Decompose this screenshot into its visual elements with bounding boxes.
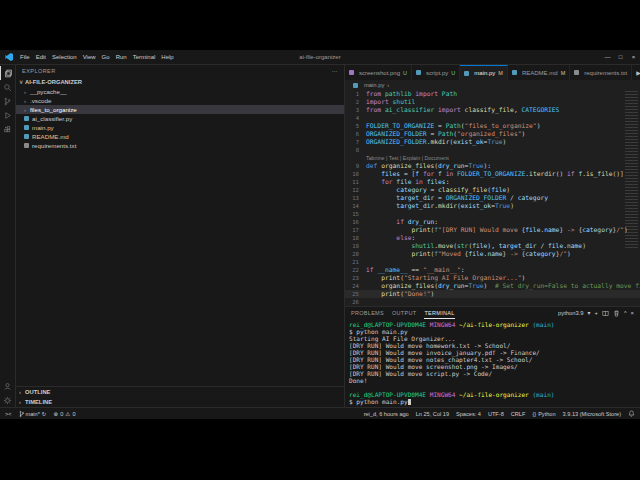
menu-help[interactable]: Help <box>158 52 176 62</box>
text-token: "Done!" <box>404 290 431 297</box>
code-line-10[interactable]: 10 files = [f for f in FOLDER_TO_ORGANIZ… <box>345 170 640 178</box>
explorer-item-requirements.txt[interactable]: requirements.txt <box>16 141 344 150</box>
extensions-icon[interactable] <box>0 122 15 136</box>
code-line-6[interactable]: 6ORGANIZED_FOLDER = Path("organized_file… <box>345 130 640 138</box>
run-file-icon[interactable]: ▶ <box>636 69 640 76</box>
status-eol[interactable]: CRLF <box>511 411 526 417</box>
code-line-19[interactable]: 19 shutil.move(str(file), target_dir / f… <box>345 242 640 250</box>
caret-down-icon[interactable]: ▾ <box>588 310 591 316</box>
breadcrumb[interactable]: main.py › <box>345 80 640 90</box>
breadcrumb-file[interactable]: main.py <box>364 82 384 88</box>
status-cursor-position[interactable]: Ln 25, Col 19 <box>416 411 449 417</box>
code-line-16[interactable]: 16 if dry_run: <box>345 218 640 226</box>
kill-terminal-trash-icon[interactable] <box>613 310 620 317</box>
new-terminal-icon[interactable]: + <box>594 310 597 316</box>
minimize-button[interactable]: — <box>601 50 614 64</box>
close-panel-icon[interactable]: × <box>631 310 634 316</box>
explorer-item-.vscode[interactable]: ›.vscode <box>16 96 344 105</box>
text-token: dry_run <box>438 282 465 289</box>
explorer-item-__pycache__[interactable]: ›__pycache__ <box>16 87 344 96</box>
code-line-12[interactable]: 12 category = classify_file(file) <box>345 186 640 194</box>
text-token: f <box>415 170 423 177</box>
explorer-item-ai_classifier.py[interactable]: ai_classifier.py <box>16 114 344 123</box>
code-line-26[interactable]: 26 <box>345 298 640 306</box>
explorer-more-icon[interactable]: ⋯ <box>332 68 338 74</box>
code-line-23[interactable]: 23 print("Starting AI File Organizer..."… <box>345 274 640 282</box>
menu-file[interactable]: File <box>17 52 33 62</box>
code-line-17[interactable]: 17 print(f"[DRY RUN] Would move {file.na… <box>345 226 640 234</box>
code-line-7[interactable]: 7ORGANIZED_FOLDER.mkdir(exist_ok=True) <box>345 138 640 146</box>
split-terminal-icon[interactable] <box>602 310 609 317</box>
code-line-1[interactable]: 1from pathlib import Path <box>345 90 640 98</box>
panel-tab-output[interactable]: OUTPUT <box>392 307 416 319</box>
code-editor[interactable]: 1from pathlib import Path2import shutil3… <box>345 90 640 306</box>
code-line-21[interactable]: 21 <box>345 258 640 266</box>
code-line-22[interactable]: 22if __name__ == "__main__": <box>345 266 640 274</box>
menu-terminal[interactable]: Terminal <box>130 52 159 62</box>
shell-label[interactable]: python3.9 <box>558 310 583 316</box>
code-line-24[interactable]: 24 organize_files(dry_run=True) # Set dr… <box>345 282 640 290</box>
account-icon[interactable] <box>0 379 15 393</box>
remote-indicator[interactable]: >< <box>5 411 12 417</box>
maximize-button[interactable]: □ <box>614 50 627 64</box>
code-line-20[interactable]: 20 print(f"Moved {file.name} -> {categor… <box>345 250 640 258</box>
explorer-icon[interactable] <box>0 66 15 80</box>
menu-run[interactable]: Run <box>113 52 130 62</box>
editor-tab-README.md[interactable]: README.mdM <box>508 65 570 80</box>
explorer-item-main.py[interactable]: main.py <box>16 123 344 132</box>
code-lines: 1from pathlib import Path2import shutil3… <box>345 90 640 306</box>
code-line-3[interactable]: 3from ai_classifier import classify_file… <box>345 106 640 114</box>
code-line-13[interactable]: 13 target_dir = ORGANIZED_FOLDER / categ… <box>345 194 640 202</box>
source-control-icon[interactable] <box>0 94 15 108</box>
menu-view[interactable]: View <box>80 52 99 62</box>
panel-tabs: PROBLEMSOUTPUTTERMINAL <box>351 307 463 319</box>
menu-edit[interactable]: Edit <box>33 52 49 62</box>
settings-gear-icon[interactable] <box>0 393 15 407</box>
file-icon <box>24 134 29 139</box>
codelens[interactable]: Tabnine | Test | Explain | Document <box>345 154 640 162</box>
close-button[interactable]: × <box>627 50 640 64</box>
code-line-5[interactable]: 5FOLDER_TO_ORGANIZE = Path("files_to_org… <box>345 122 640 130</box>
maximize-panel-icon[interactable]: ^ <box>624 310 627 316</box>
code-line-9[interactable]: 9def organize_files(dry_run=True): <box>345 162 640 170</box>
run-debug-icon[interactable] <box>0 108 15 122</box>
window-controls: —□× <box>601 50 640 64</box>
editor-tab-script.py[interactable]: script.pyU <box>412 65 460 80</box>
error-icon: ⊗ <box>54 411 59 417</box>
terminal-output[interactable]: rei_d@LAPTOP-UPVD0M4E MINGW64 ~/ai-file-… <box>345 319 640 407</box>
git-branch-status[interactable]: main* ↻ <box>19 410 47 418</box>
warning-count: 0 <box>72 411 75 417</box>
explorer-item-README.md[interactable]: README.md <box>16 132 344 141</box>
editor-tab-screenshot.png[interactable]: screenshot.pngU <box>345 65 412 80</box>
line-number: 3 <box>345 106 359 114</box>
explorer-root-section[interactable]: ∨ AI-FILE-ORGANIZER <box>16 77 344 87</box>
sidebar-section-outline[interactable]: ›OUTLINE <box>16 387 344 397</box>
status-encoding[interactable]: UTF-8 <box>488 411 504 417</box>
problems-status[interactable]: ⊗ 0 ⚠ 0 <box>54 411 76 417</box>
status-indentation[interactable]: Spaces: 4 <box>456 411 481 417</box>
code-line-8[interactable]: 8 <box>345 146 640 154</box>
code-line-4[interactable]: 4 <box>345 114 640 122</box>
sidebar-section-timeline[interactable]: ›TIMELINE <box>16 397 344 407</box>
code-line-11[interactable]: 11 for file in files: <box>345 178 640 186</box>
panel-tab-problems[interactable]: PROBLEMS <box>351 307 384 319</box>
code-line-15[interactable]: 15 <box>345 210 640 218</box>
menu-go[interactable]: Go <box>99 52 113 62</box>
status-python-interpreter[interactable]: 3.9.13 (Microsoft Store) <box>563 411 621 417</box>
code-line-18[interactable]: 18 else: <box>345 234 640 242</box>
line-number: 22 <box>345 266 359 274</box>
code-line-2[interactable]: 2import shutil <box>345 98 640 106</box>
code-line-25[interactable]: 25 print("Done!") <box>345 290 640 298</box>
code-line-14[interactable]: 14 target_dir.mkdir(exist_ok=True) <box>345 202 640 210</box>
search-icon[interactable] <box>0 80 15 94</box>
minimap[interactable] <box>625 91 638 249</box>
status-git-blame[interactable]: rei_d, 6 hours ago <box>364 411 409 417</box>
notifications-bell-icon[interactable] <box>628 410 635 417</box>
editor-tab-requirements.txt[interactable]: requirements.txt <box>570 65 632 80</box>
menu-selection[interactable]: Selection <box>49 52 80 62</box>
explorer-item-files_to_organize[interactable]: ›files_to_organize <box>16 105 344 114</box>
editor-tab-main.py[interactable]: main.pyM <box>460 65 508 80</box>
text-token: FOLDER_TO_ORGANIZE <box>366 122 434 129</box>
panel-tab-terminal[interactable]: TERMINAL <box>424 307 454 319</box>
status-language-mode[interactable]: {}Python <box>532 411 555 417</box>
